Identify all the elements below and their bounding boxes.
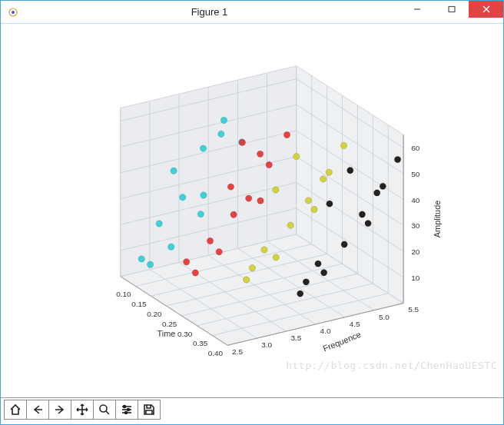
svg-text:3.5: 3.5 bbox=[290, 334, 301, 342]
svg-point-113 bbox=[341, 241, 347, 247]
svg-point-105 bbox=[293, 153, 300, 159]
svg-point-115 bbox=[327, 201, 333, 207]
home-button[interactable] bbox=[4, 400, 27, 420]
mpl-toolbar bbox=[1, 397, 503, 424]
svg-point-103 bbox=[273, 187, 279, 193]
svg-point-109 bbox=[249, 265, 255, 271]
svg-point-94 bbox=[284, 131, 290, 138]
svg-point-85 bbox=[147, 261, 153, 267]
svg-point-110 bbox=[320, 176, 326, 182]
svg-point-81 bbox=[220, 117, 227, 123]
svg-point-107 bbox=[261, 247, 267, 253]
svg-text:10: 10 bbox=[411, 274, 420, 282]
svg-text:5.5: 5.5 bbox=[408, 305, 419, 314]
svg-point-96 bbox=[246, 195, 252, 201]
svg-text:2.5: 2.5 bbox=[232, 347, 243, 356]
svg-point-120 bbox=[359, 211, 365, 217]
svg-point-106 bbox=[340, 142, 346, 148]
svg-point-76 bbox=[168, 244, 174, 250]
svg-text:4.0: 4.0 bbox=[320, 327, 331, 335]
svg-point-87 bbox=[192, 270, 198, 276]
svg-point-79 bbox=[171, 168, 177, 174]
zoom-button[interactable] bbox=[93, 400, 116, 420]
svg-text:0.35: 0.35 bbox=[193, 339, 208, 347]
save-button[interactable] bbox=[138, 400, 161, 420]
svg-point-128 bbox=[124, 406, 126, 408]
svg-point-78 bbox=[201, 192, 207, 198]
window-title: Figure 1 bbox=[19, 6, 400, 18]
svg-text:20: 20 bbox=[411, 247, 420, 256]
svg-text:30: 30 bbox=[411, 221, 420, 230]
svg-point-99 bbox=[244, 277, 250, 283]
svg-point-98 bbox=[184, 259, 190, 265]
svg-rect-3 bbox=[449, 7, 455, 12]
pan-button[interactable] bbox=[71, 400, 94, 420]
svg-line-124 bbox=[106, 411, 109, 414]
svg-point-121 bbox=[303, 279, 309, 285]
window-controls bbox=[400, 1, 503, 23]
svg-point-114 bbox=[365, 220, 371, 226]
svg-point-80 bbox=[200, 145, 206, 151]
svg-text:Amplitude: Amplitude bbox=[433, 201, 442, 238]
svg-text:0.20: 0.20 bbox=[147, 310, 162, 318]
svg-text:Time: Time bbox=[158, 329, 176, 338]
svg-point-90 bbox=[257, 198, 264, 204]
svg-text:4.5: 4.5 bbox=[350, 320, 360, 328]
svg-text:40: 40 bbox=[411, 196, 420, 204]
svg-point-129 bbox=[128, 409, 130, 411]
titlebar: Figure 1 bbox=[1, 1, 503, 24]
svg-point-130 bbox=[125, 412, 128, 414]
close-button[interactable] bbox=[469, 1, 503, 18]
svg-text:0.30: 0.30 bbox=[177, 330, 193, 338]
svg-point-92 bbox=[266, 161, 272, 168]
svg-text:5.0: 5.0 bbox=[379, 313, 390, 321]
minimize-button[interactable] bbox=[400, 1, 434, 18]
svg-point-97 bbox=[257, 151, 263, 157]
svg-text:0.40: 0.40 bbox=[208, 349, 224, 357]
svg-text:0.25: 0.25 bbox=[162, 320, 177, 328]
svg-text:60: 60 bbox=[411, 144, 420, 152]
svg-point-117 bbox=[347, 168, 353, 174]
maximize-button[interactable] bbox=[434, 1, 469, 18]
svg-point-116 bbox=[380, 183, 386, 189]
figure-window: Figure 1 0.100.150.200.250.300.350.402.5… bbox=[0, 0, 504, 425]
svg-point-88 bbox=[216, 249, 222, 255]
svg-point-89 bbox=[230, 211, 237, 217]
svg-point-118 bbox=[394, 156, 400, 162]
svg-point-122 bbox=[373, 190, 380, 196]
svg-point-77 bbox=[180, 194, 186, 201]
svg-point-83 bbox=[156, 221, 162, 227]
svg-point-101 bbox=[287, 222, 293, 228]
svg-point-119 bbox=[315, 261, 321, 267]
svg-point-112 bbox=[320, 270, 327, 276]
svg-point-104 bbox=[326, 169, 332, 175]
svg-point-91 bbox=[227, 184, 234, 190]
subplots-button[interactable] bbox=[115, 400, 138, 420]
svg-point-111 bbox=[297, 291, 303, 297]
svg-point-86 bbox=[197, 211, 204, 217]
svg-point-84 bbox=[218, 131, 224, 137]
svg-point-93 bbox=[239, 139, 245, 145]
svg-point-1 bbox=[12, 11, 15, 14]
svg-text:3.0: 3.0 bbox=[261, 340, 272, 349]
svg-point-100 bbox=[273, 254, 279, 261]
svg-point-108 bbox=[305, 198, 311, 204]
svg-text:0.10: 0.10 bbox=[116, 290, 131, 298]
3d-scatter-plot: 0.100.150.200.250.300.350.402.53.03.54.0… bbox=[1, 24, 503, 397]
app-icon bbox=[7, 6, 19, 18]
forward-button[interactable] bbox=[48, 400, 71, 420]
figure-canvas[interactable]: 0.100.150.200.250.300.350.402.53.03.54.0… bbox=[1, 24, 503, 397]
svg-point-123 bbox=[100, 405, 107, 412]
watermark: http://blog.csdn.net/ChenHaoUESTC bbox=[286, 360, 497, 371]
svg-text:50: 50 bbox=[411, 170, 420, 178]
svg-point-75 bbox=[138, 256, 144, 262]
svg-point-95 bbox=[207, 237, 213, 244]
svg-point-102 bbox=[311, 206, 317, 212]
back-button[interactable] bbox=[26, 400, 49, 420]
svg-text:0.15: 0.15 bbox=[131, 300, 147, 308]
